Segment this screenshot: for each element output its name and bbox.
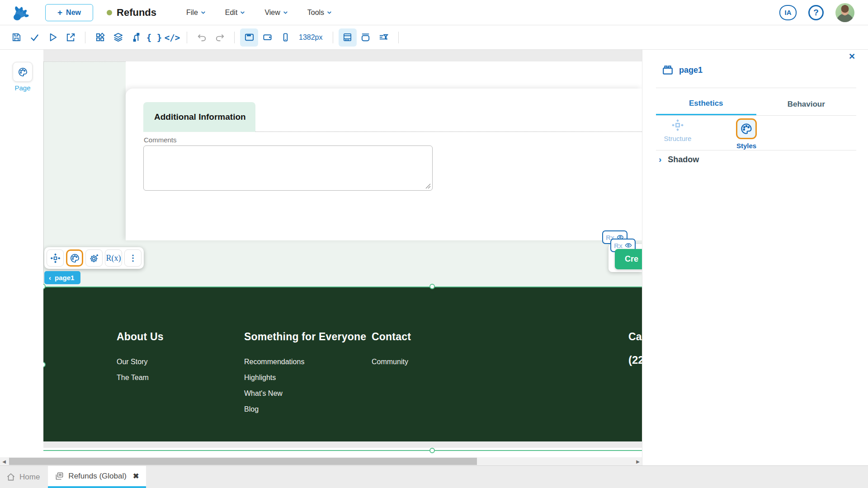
- menu-tools-label: Tools: [307, 9, 324, 17]
- ia-label: IA: [785, 9, 792, 16]
- footer-link[interactable]: What's New: [244, 385, 366, 401]
- footer-column-something: Something for Everyone Recommendations H…: [244, 331, 366, 417]
- shadow-accordion[interactable]: › Shadow: [659, 155, 699, 164]
- footer-link[interactable]: Our Story: [117, 354, 164, 370]
- components-button[interactable]: [91, 28, 109, 47]
- menu-tools[interactable]: Tools: [307, 9, 332, 17]
- new-button[interactable]: + New: [45, 4, 93, 21]
- structure-move-icon: [671, 118, 684, 132]
- esthetics-toggles: Structure Styles: [656, 118, 768, 150]
- tab-home[interactable]: Home: [0, 466, 48, 488]
- menu-file-label: File: [186, 9, 198, 17]
- filter-button[interactable]: [375, 28, 393, 47]
- create-button-label: Cre: [625, 254, 638, 263]
- resize-grip-icon[interactable]: [425, 183, 431, 189]
- page-doc-icon: [55, 472, 64, 480]
- footer-column-contact: Contact Community: [372, 331, 411, 370]
- tablet-icon: [262, 32, 273, 42]
- breadcrumb-chip-page1[interactable]: ‹ page1: [44, 271, 80, 284]
- footer-link[interactable]: Recommendations: [244, 354, 366, 370]
- scroll-right-arrow[interactable]: ▶: [634, 457, 642, 465]
- preview-button[interactable]: [43, 28, 61, 47]
- chevron-down-icon: [200, 9, 206, 15]
- toggle-structure[interactable]: Structure: [656, 118, 699, 150]
- desktop-view-button[interactable]: [240, 28, 258, 47]
- close-tab-icon[interactable]: ✖: [133, 472, 139, 480]
- user-avatar[interactable]: [835, 3, 854, 22]
- footer-link[interactable]: Blog: [244, 401, 366, 417]
- undo-button[interactable]: [193, 28, 211, 47]
- tab-behaviour[interactable]: Behaviour: [756, 93, 857, 115]
- selection-handle-bottom-center[interactable]: [429, 448, 435, 453]
- frame-button[interactable]: [357, 28, 375, 47]
- export-icon: [66, 32, 76, 42]
- toggle-styles[interactable]: Styles: [725, 118, 768, 150]
- save-button[interactable]: [7, 28, 25, 47]
- footer-link[interactable]: The Team: [117, 370, 164, 385]
- validate-button[interactable]: [25, 28, 43, 47]
- app-title-group: Refunds: [107, 7, 156, 19]
- selection-bottom-line: [43, 450, 642, 451]
- horizontal-scrollbar[interactable]: ◀ ▶: [0, 457, 642, 465]
- tab-refunds-global[interactable]: Refunds (Global) ✖: [48, 466, 146, 488]
- layers-button[interactable]: [109, 28, 127, 47]
- app-logo-footprint-icon[interactable]: [12, 4, 30, 22]
- page-layout-icon: [342, 32, 353, 42]
- publish-button[interactable]: [61, 28, 80, 47]
- comments-textarea[interactable]: [143, 145, 433, 191]
- frame-icon: [360, 32, 371, 42]
- breadcrumb-chip-label: page1: [55, 274, 74, 282]
- canvas-bottom-margin: [43, 441, 642, 448]
- gear-sparkle-icon: [89, 253, 99, 263]
- left-rail: Page: [0, 50, 43, 465]
- create-button[interactable]: Cre: [615, 249, 642, 269]
- footer-block[interactable]: About Us Our Story The Team Something fo…: [43, 286, 642, 441]
- phone-icon: [280, 32, 291, 42]
- redo-button[interactable]: [211, 28, 229, 47]
- styles-label: Styles: [736, 142, 756, 150]
- footer-column-call: Cal (22: [628, 331, 642, 366]
- redo-icon: [215, 32, 225, 42]
- layers-icon: [113, 32, 123, 42]
- menu-edit[interactable]: Edit: [225, 9, 246, 17]
- header-right-group: IA ?: [779, 3, 854, 22]
- page-rail-label: Page: [0, 84, 45, 92]
- canvas-viewport: Additional Information Comments: [43, 50, 642, 465]
- menu-view[interactable]: View: [264, 9, 288, 17]
- source-code-button[interactable]: </>: [163, 28, 181, 47]
- connector-icon: [131, 32, 142, 42]
- styles-highlight-box: [736, 118, 757, 139]
- tab-esthetics[interactable]: Esthetics: [656, 93, 756, 115]
- scrollbar-thumb[interactable]: [9, 458, 477, 465]
- selection-handle-left-middle[interactable]: [43, 362, 46, 367]
- settings-element-button[interactable]: [85, 249, 103, 267]
- panel-close-icon[interactable]: ✕: [849, 52, 855, 61]
- document-tabs-bar: Home Refunds (Global) ✖: [0, 465, 868, 488]
- page-layout-button[interactable]: [339, 28, 357, 47]
- help-icon[interactable]: ?: [808, 5, 824, 20]
- connector-button[interactable]: [127, 28, 145, 47]
- scroll-left-arrow[interactable]: ◀: [0, 457, 8, 465]
- formula-element-button[interactable]: R(x): [105, 249, 122, 267]
- braces-button[interactable]: { }: [145, 28, 163, 47]
- footer-link[interactable]: Community: [372, 354, 411, 370]
- chevron-down-icon: [326, 9, 332, 15]
- menu-file[interactable]: File: [186, 9, 206, 17]
- mobile-view-button[interactable]: [276, 28, 294, 47]
- more-options-button[interactable]: ⋮: [124, 249, 142, 267]
- styles-element-button[interactable]: [66, 249, 83, 267]
- selection-handle-top-center[interactable]: [429, 284, 435, 289]
- viewport-width-value[interactable]: 1382px: [299, 33, 323, 42]
- footer-column-about: About Us Our Story The Team: [117, 331, 164, 385]
- structure-label: Structure: [664, 135, 692, 142]
- move-element-button[interactable]: [47, 249, 64, 267]
- page-style-button[interactable]: [13, 62, 33, 82]
- footer-link[interactable]: Highlights: [244, 370, 366, 385]
- shadow-section-label: Shadow: [668, 155, 699, 164]
- builder-toolbar: { } </> 1382px: [0, 25, 868, 50]
- tab-additional-information[interactable]: Additional Information: [143, 102, 255, 132]
- divider: [656, 88, 856, 88]
- ia-assistant-icon[interactable]: IA: [779, 5, 797, 20]
- tablet-view-button[interactable]: [258, 28, 276, 47]
- braces-icon: { }: [146, 33, 162, 42]
